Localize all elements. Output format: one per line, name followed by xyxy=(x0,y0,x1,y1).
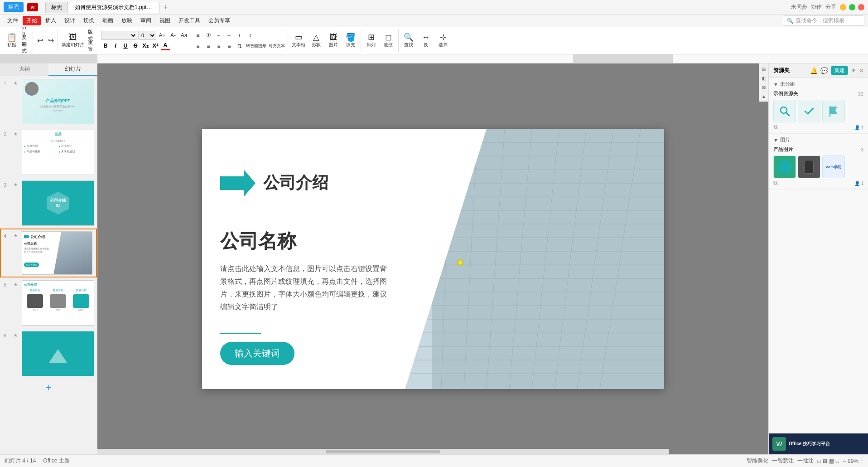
add-tab-button[interactable]: + xyxy=(160,2,171,13)
shape-button[interactable]: △ 形状 xyxy=(308,31,324,51)
arrange-button[interactable]: ⊞ 排列 xyxy=(363,31,379,51)
strikethrough-button[interactable]: S xyxy=(131,41,140,50)
smart-comment-button[interactable]: 一智慧注 xyxy=(772,457,794,465)
horizontal-scrollbar[interactable] xyxy=(97,449,669,454)
menu-devtools[interactable]: 开发工具 xyxy=(175,16,204,25)
format-brush-button[interactable]: 格式刷 xyxy=(21,46,31,55)
menu-slideshow[interactable]: 放映 xyxy=(118,16,136,25)
line-spacing-button[interactable]: ↕ xyxy=(245,30,255,40)
side-icon-3[interactable]: ⊠ xyxy=(760,83,767,91)
superscript-button[interactable]: X² xyxy=(151,41,160,50)
tab-active[interactable]: 如何使用资源夹演示文档1.pptx xyxy=(69,2,159,13)
close-button[interactable] xyxy=(858,4,864,10)
replace-button[interactable]: ↔ 换 xyxy=(418,31,434,51)
align-left-button[interactable]: ≡ xyxy=(193,41,203,51)
slide-item-1[interactable]: 1 ★ 产品介绍PPT 企业宣传与应用产品介绍PPT ○○○ ○○○ xyxy=(0,76,97,127)
menu-transition[interactable]: 切换 xyxy=(80,16,98,25)
green-circle-asset[interactable] xyxy=(773,156,796,178)
list-bullet-button[interactable]: ≡ xyxy=(193,30,203,40)
columns-button[interactable]: ⫶ xyxy=(235,30,245,40)
tab-inactive[interactable]: 标壳 xyxy=(45,2,68,13)
zoom-out-button[interactable]: − xyxy=(843,458,846,464)
slide-item-6[interactable]: 6 ★ xyxy=(0,328,97,379)
undo-button[interactable]: ↩ xyxy=(35,36,45,46)
indent-decrease-button[interactable]: ← xyxy=(224,30,234,40)
search-box[interactable]: 🔍 查找命令，搜索模板 xyxy=(783,15,864,26)
font-color-button[interactable]: A xyxy=(161,41,170,50)
notification-icon[interactable]: 🔔 xyxy=(810,67,818,74)
collaborate-button[interactable]: 协作 xyxy=(811,3,822,11)
canvas-area[interactable]: 公司介绍 公司名称 请点击此处输入文本信息，图片可以点击右键设置背景格式，再点图… xyxy=(97,63,768,454)
textbox-button[interactable]: ▭ 文本框 xyxy=(290,31,307,51)
maximize-button[interactable] xyxy=(849,4,855,10)
wps-academy-asset[interactable]: WPS学院 xyxy=(822,156,845,178)
minimize-button[interactable] xyxy=(840,4,846,10)
search-asset-icon[interactable] xyxy=(773,100,796,122)
font-decrease-button[interactable]: A- xyxy=(168,30,178,40)
panel-settings-icon[interactable]: ▼ xyxy=(851,68,856,74)
indent-increase-button[interactable]: → xyxy=(214,30,224,40)
font-name-select[interactable] xyxy=(101,31,137,40)
menu-design[interactable]: 设计 xyxy=(61,16,79,25)
slide-item-5[interactable]: 5 ★ 公司介绍 发展历程 发展历程 发展历程 201520172020 xyxy=(0,277,97,328)
panel-close-icon[interactable]: ✕ xyxy=(859,68,863,74)
reset-button[interactable]: 重置 xyxy=(87,41,97,51)
share-button[interactable]: 分享 xyxy=(825,3,836,11)
menu-view[interactable]: 视图 xyxy=(156,16,174,25)
view-notes-button[interactable]: ▦ xyxy=(829,458,834,464)
italic-button[interactable]: I xyxy=(111,41,120,50)
flag-asset-icon[interactable] xyxy=(822,100,845,122)
slide-item-3[interactable]: 3 ★ 公司介绍01 xyxy=(0,178,97,229)
home-button[interactable]: 标壳 xyxy=(4,2,24,12)
menu-file[interactable]: 文件 xyxy=(4,16,22,25)
slide-cta-button[interactable]: 输入关键词 xyxy=(220,342,294,365)
menu-insert[interactable]: 插入 xyxy=(42,16,60,25)
menu-animation[interactable]: 动画 xyxy=(99,16,117,25)
side-icon-4[interactable]: ▲ xyxy=(760,92,767,100)
slide-item-2[interactable]: 2 ★ 目录 CONTENTS ● 公司介绍 ● 企业文化 ● 产品与服务 ● … xyxy=(0,127,97,178)
align-right-button[interactable]: ≡ xyxy=(214,41,224,51)
add-slide-button[interactable]: + xyxy=(0,379,97,397)
batch-comment-button[interactable]: 一批注 xyxy=(797,457,814,465)
fill-button[interactable]: 🪣 填充 xyxy=(342,31,359,51)
scrollbar-thumb[interactable] xyxy=(326,450,440,453)
smart-beautify-button[interactable]: 智能美化 xyxy=(747,457,768,465)
font-size-select[interactable]: 0 xyxy=(138,31,156,40)
subscript-button[interactable]: X₂ xyxy=(141,41,150,50)
bold-button[interactable]: B xyxy=(101,41,110,50)
list-number-button[interactable]: ① xyxy=(203,30,213,40)
shadow-button[interactable]: ◻ 底纹 xyxy=(380,31,396,51)
new-slide-button[interactable]: 🖼 新建幻灯片 xyxy=(60,31,86,51)
underline-button[interactable]: U xyxy=(121,41,130,50)
paste-button[interactable]: 📋 粘贴 xyxy=(4,31,20,51)
text-direction-button[interactable]: ⇅ xyxy=(235,41,245,51)
align-text-button[interactable]: 对齐文本 xyxy=(268,41,286,51)
font-increase-button[interactable]: A+ xyxy=(157,30,167,40)
wps-academy-banner[interactable]: W Office 技巧学习平台 xyxy=(769,433,868,454)
slides-tab[interactable]: 幻灯片 xyxy=(48,63,97,76)
view-grid-button[interactable]: ⊞ xyxy=(823,458,827,464)
align-justify-button[interactable]: ≡ xyxy=(224,41,234,51)
new-resource-button[interactable]: 新建 xyxy=(831,66,848,75)
menu-member[interactable]: 会员专享 xyxy=(205,16,234,25)
side-icon-2[interactable]: ◧ xyxy=(760,74,767,82)
smart-convert-button[interactable]: 转智能图形 xyxy=(245,41,267,51)
find-button[interactable]: 🔍 查找 xyxy=(400,31,417,51)
menu-start[interactable]: 开始 xyxy=(23,16,41,25)
font-clear-button[interactable]: Aa xyxy=(179,30,189,40)
view-normal-button[interactable]: □ xyxy=(817,458,820,464)
sync-status[interactable]: 未同步 xyxy=(791,3,807,11)
comment-icon[interactable]: 💬 xyxy=(820,67,828,74)
menu-review[interactable]: 审阅 xyxy=(137,16,155,25)
image-button[interactable]: 🖼 图片 xyxy=(325,31,342,51)
view-reading-button[interactable]: □ xyxy=(836,458,839,464)
align-center-button[interactable]: ≡ xyxy=(203,41,213,51)
outline-tab[interactable]: 大纲 xyxy=(0,63,48,76)
redo-button[interactable]: ↪ xyxy=(46,36,56,46)
zoom-in-button[interactable]: + xyxy=(860,458,863,464)
phone-asset[interactable] xyxy=(798,156,820,178)
check-asset-icon[interactable] xyxy=(798,100,820,122)
slide-item-4[interactable]: 4 ★ 公司介绍 公司名称 请点击此处输入文本信息，图片可以点击右键 输入关键词 xyxy=(0,229,97,277)
side-icon-1[interactable]: ⊞ xyxy=(760,65,767,73)
select-button[interactable]: ⊹ 选择 xyxy=(435,31,451,51)
